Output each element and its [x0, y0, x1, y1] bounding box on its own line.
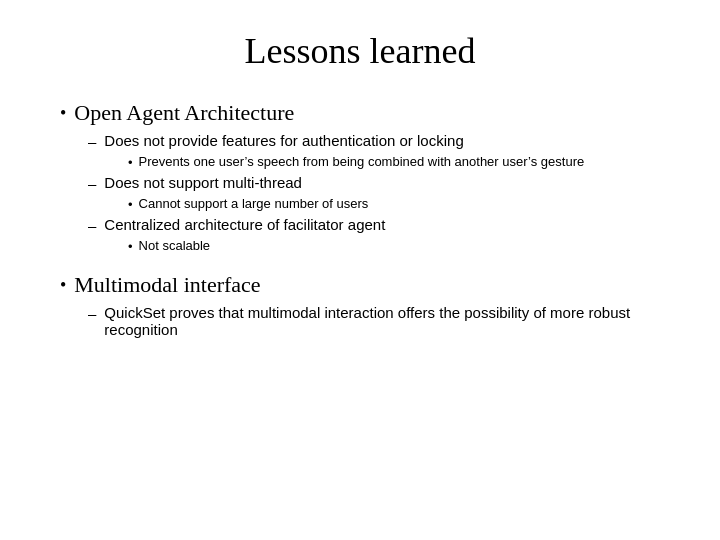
multimodal-subitems: – QuickSet proves that multimodal intera…: [88, 304, 660, 338]
speech-text: Prevents one user’s speech from being co…: [139, 154, 585, 169]
bullet-quickset: – QuickSet proves that multimodal intera…: [88, 304, 660, 338]
multithread-text: Does not support multi-thread: [104, 174, 302, 191]
slide: Lessons learned • Open Agent Architectur…: [0, 0, 720, 540]
dot-1: •: [128, 155, 133, 170]
section-open-agent: • Open Agent Architecture – Does not pro…: [60, 100, 660, 254]
bullet-users: • Cannot support a large number of users: [128, 196, 660, 212]
open-agent-subitems: – Does not provide features for authenti…: [88, 132, 660, 254]
users-text: Cannot support a large number of users: [139, 196, 369, 211]
bullet-open-agent: • Open Agent Architecture: [60, 100, 660, 126]
bullet-multithread: – Does not support multi-thread: [88, 174, 660, 192]
centralized-text: Centralized architecture of facilitator …: [104, 216, 385, 233]
content-area: • Open Agent Architecture – Does not pro…: [60, 100, 660, 338]
multimodal-label: Multimodal interface: [74, 272, 260, 298]
dot-3: •: [128, 239, 133, 254]
bullet-symbol-2: •: [60, 275, 66, 296]
scalable-text: Not scalable: [139, 238, 211, 253]
dash-2: –: [88, 175, 96, 192]
bullet-symbol-1: •: [60, 103, 66, 124]
bullet-centralized: – Centralized architecture of facilitato…: [88, 216, 660, 234]
auth-text: Does not provide features for authentica…: [104, 132, 463, 149]
multithread-subitems: • Cannot support a large number of users: [108, 196, 660, 212]
dash-3: –: [88, 217, 96, 234]
quickset-text: QuickSet proves that multimodal interact…: [104, 304, 660, 338]
centralized-subitems: • Not scalable: [108, 238, 660, 254]
bullet-auth: – Does not provide features for authenti…: [88, 132, 660, 150]
bullet-multimodal: • Multimodal interface: [60, 272, 660, 298]
bullet-speech: • Prevents one user’s speech from being …: [128, 154, 660, 170]
dot-2: •: [128, 197, 133, 212]
dash-4: –: [88, 305, 96, 322]
slide-title: Lessons learned: [60, 30, 660, 72]
bullet-scalable: • Not scalable: [128, 238, 660, 254]
auth-subitems: • Prevents one user’s speech from being …: [108, 154, 660, 170]
section-multimodal: • Multimodal interface – QuickSet proves…: [60, 272, 660, 338]
open-agent-label: Open Agent Architecture: [74, 100, 294, 126]
dash-1: –: [88, 133, 96, 150]
